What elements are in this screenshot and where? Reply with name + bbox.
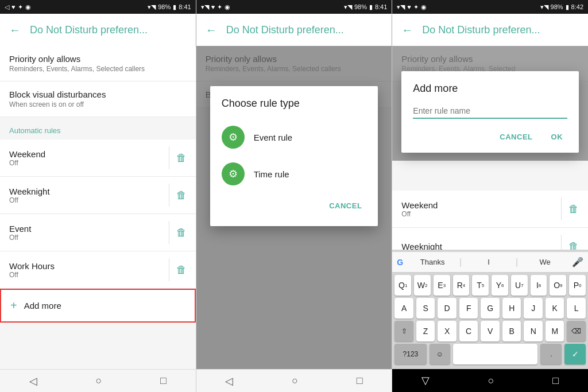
- key-emoji[interactable]: ☺: [430, 344, 451, 364]
- key-backspace[interactable]: ⌫: [567, 321, 586, 341]
- event-rule-icon: ⚙: [222, 126, 245, 149]
- panel-3-below-overlay: Weekend Off 🗑 Weeknight 🗑: [392, 191, 588, 250]
- delete-workhours-icon[interactable]: 🗑: [176, 264, 187, 276]
- rule-workhours-info: Work Hours Off: [9, 261, 162, 279]
- key-h[interactable]: H: [502, 298, 521, 319]
- key-a[interactable]: A: [394, 298, 413, 319]
- key-z[interactable]: Z: [416, 321, 435, 341]
- key-j[interactable]: J: [524, 298, 543, 319]
- rule-weekend-3[interactable]: Weekend Off 🗑: [392, 191, 588, 228]
- rule-weekend-status-3: Off: [401, 210, 554, 218]
- add-dialog-ok[interactable]: OK: [547, 130, 568, 143]
- rule-workhours-status: Off: [9, 271, 162, 279]
- rule-weeknight-info-3: Weeknight: [401, 242, 554, 250]
- key-m[interactable]: M: [546, 321, 564, 341]
- header-title-2: Do Not Disturb preferen...: [226, 24, 344, 36]
- delete-weekend-icon[interactable]: 🗑: [176, 152, 187, 164]
- rule-divider-3: [169, 221, 169, 244]
- signal-icon-3: ▾◥: [397, 3, 405, 11]
- time-2: 8:41: [375, 3, 387, 10]
- battery-pct-2: 98%: [354, 3, 367, 10]
- nav-back-1[interactable]: ◁: [29, 375, 37, 387]
- nav-home-2[interactable]: ○: [292, 375, 298, 387]
- time-rule-option[interactable]: ⚙ Time rule: [222, 156, 367, 192]
- rule-weeknight-3[interactable]: Weeknight 🗑: [392, 228, 588, 250]
- voice-icon[interactable]: 🎤: [572, 257, 583, 267]
- status-bar-2: ▾◥ ♥ ✦ ◉ ▾◥ 98% ▮ 8:41: [196, 0, 392, 14]
- key-w[interactable]: W2: [414, 275, 431, 296]
- event-rule-option[interactable]: ⚙ Event rule: [222, 119, 367, 156]
- back-button-1[interactable]: ←: [9, 24, 21, 37]
- rule-divider-2: [169, 184, 169, 207]
- suggestion-we[interactable]: We: [523, 258, 567, 266]
- key-shift[interactable]: ⇧: [394, 321, 413, 341]
- suggestion-i[interactable]: I: [466, 258, 511, 266]
- key-x[interactable]: X: [438, 321, 457, 341]
- rule-weeknight[interactable]: Weeknight Off 🗑: [0, 177, 196, 214]
- key-u[interactable]: U7: [511, 275, 528, 296]
- key-n[interactable]: N: [524, 321, 543, 341]
- panel-2-header: ← Do Not Disturb preferen...: [196, 14, 392, 46]
- key-enter[interactable]: ✓: [564, 344, 586, 364]
- key-p[interactable]: P0: [569, 275, 586, 296]
- nav-home-1[interactable]: ○: [95, 375, 102, 387]
- suggestion-thanks[interactable]: Thanks: [410, 258, 455, 266]
- key-k[interactable]: K: [546, 298, 564, 319]
- key-q[interactable]: Q1: [394, 275, 411, 296]
- delete-event-icon[interactable]: 🗑: [176, 227, 187, 239]
- key-l[interactable]: L: [567, 298, 586, 319]
- nav-home-3[interactable]: ○: [488, 375, 494, 387]
- key-t[interactable]: T5: [472, 275, 489, 296]
- rule-weekend-info-3: Weekend Off: [401, 200, 554, 218]
- status-right-icons-3: ▾◥ 98% ▮ 8:42: [540, 3, 583, 11]
- delete-weekend-3-icon[interactable]: 🗑: [568, 203, 579, 215]
- heart-icon: ♥: [11, 3, 16, 10]
- back-button-2[interactable]: ←: [206, 24, 217, 37]
- status-left-icons-2: ▾◥ ♥ ✦ ◉: [201, 3, 231, 11]
- heart-icon-3: ♥: [407, 3, 411, 10]
- rule-workhours[interactable]: Work Hours Off 🗑: [0, 251, 196, 289]
- battery-pct-3: 98%: [551, 3, 563, 10]
- nav-recent-3[interactable]: □: [552, 375, 559, 387]
- rule-name-input[interactable]: [413, 104, 567, 119]
- rule-event[interactable]: Event Off 🗑: [0, 214, 196, 251]
- key-c[interactable]: C: [459, 321, 478, 341]
- rule-weekend-title-3: Weekend: [401, 200, 554, 210]
- panel-3: ▾◥ ♥ ✦ ◉ ▾◥ 98% ▮ 8:42 ← Do Not Disturb …: [392, 0, 588, 392]
- status-left-icons: ◁ ♥ ✦ ◉: [5, 3, 31, 11]
- key-i[interactable]: I8: [531, 275, 547, 296]
- circle-icon: ◉: [25, 3, 31, 11]
- dialog-title-2: Choose rule type: [222, 98, 367, 110]
- nav-back-3[interactable]: ▽: [421, 374, 430, 387]
- time-rule-icon: ⚙: [222, 162, 245, 185]
- add-dialog-cancel[interactable]: CANCEL: [495, 130, 537, 143]
- key-r[interactable]: R4: [453, 275, 470, 296]
- key-f[interactable]: F: [459, 298, 478, 319]
- key-v[interactable]: V: [481, 321, 500, 341]
- back-arrow-status: ◁: [5, 3, 9, 11]
- key-y[interactable]: Y6: [492, 275, 508, 296]
- key-space[interactable]: [453, 344, 537, 364]
- key-period[interactable]: .: [540, 344, 562, 364]
- rule-weekend[interactable]: Weekend Off 🗑: [0, 139, 196, 177]
- delete-weeknight-3-icon[interactable]: 🗑: [568, 240, 579, 250]
- key-e[interactable]: E3: [434, 275, 450, 296]
- key-b[interactable]: B: [502, 321, 521, 341]
- settings-priority[interactable]: Priority only allows Reminders, Events, …: [0, 46, 196, 81]
- add-more-button-1[interactable]: + Add more: [0, 289, 196, 323]
- nav-back-2[interactable]: ◁: [225, 375, 233, 387]
- nav-recent-1[interactable]: □: [160, 375, 167, 387]
- key-g[interactable]: G: [481, 298, 500, 319]
- key-o[interactable]: O9: [550, 275, 566, 296]
- keyboard: G Thanks | I | We 🎤 Q1 W2 E3 R4 T5 Y6 U7…: [392, 250, 588, 369]
- key-numbers[interactable]: ?123: [394, 344, 426, 364]
- key-d[interactable]: D: [438, 298, 457, 319]
- nav-recent-2[interactable]: □: [357, 375, 363, 387]
- panel-2: ▾◥ ♥ ✦ ◉ ▾◥ 98% ▮ 8:41 ← Do Not Disturb …: [196, 0, 393, 392]
- cancel-button-2[interactable]: CANCEL: [324, 197, 366, 215]
- time-1: 8:41: [179, 3, 191, 10]
- delete-weeknight-icon[interactable]: 🗑: [176, 189, 187, 201]
- back-button-3[interactable]: ←: [401, 24, 413, 37]
- settings-block-visual[interactable]: Block visual disturbances When screen is…: [0, 81, 196, 117]
- key-s[interactable]: S: [416, 298, 435, 319]
